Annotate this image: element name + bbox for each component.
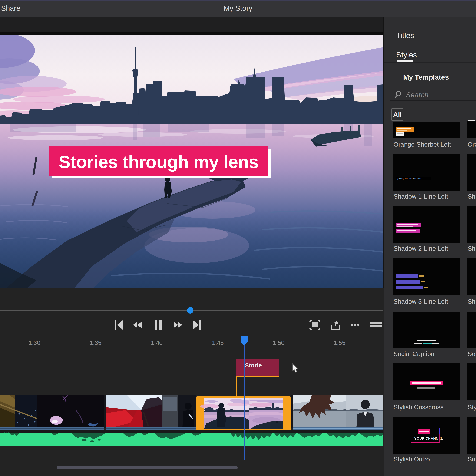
svg-text:Stories through my lens: Stories through my lens [59,152,258,172]
